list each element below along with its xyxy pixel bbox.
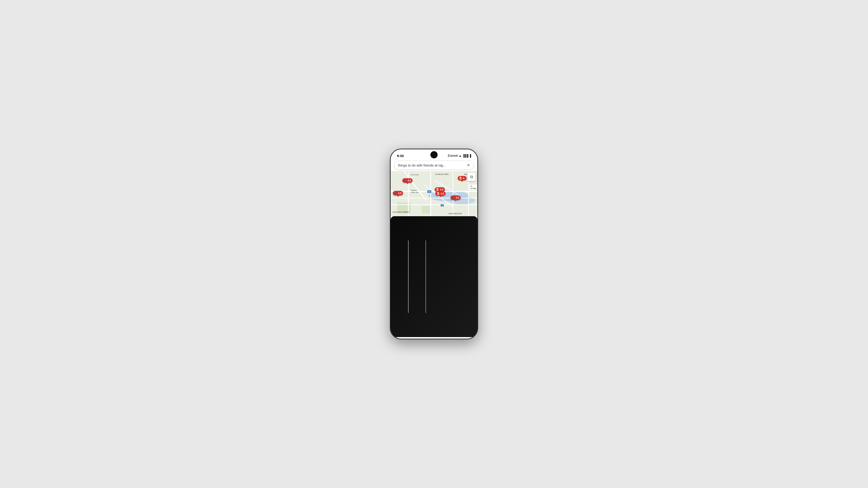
pin-rating-2: 4.5 — [398, 192, 401, 195]
bar-icon-2: 🍺 — [436, 188, 439, 191]
map-pin-6[interactable]: 🎵 4.5 — [451, 195, 461, 200]
venue-card-club[interactable]: Club Pa... ⭐ 4.7 — [460, 255, 475, 310]
pin-rating-3: 4. — [463, 177, 465, 180]
svg-text:Music Hall: Music Hall — [411, 192, 418, 193]
bottom-sheet: things to do with friends a... ⤴ ✕ ⊟ Sor… — [391, 216, 477, 337]
music-icon-3: 🎵 — [452, 196, 455, 199]
music-icon-2: 🎵 — [394, 192, 397, 195]
club-image — [460, 255, 475, 277]
bar-icon-3: 🍺 — [436, 192, 440, 195]
wifi-icon: ▲ — [459, 154, 462, 158]
svg-text:COOLIDGE CORNER: COOLIDGE CORNER — [393, 211, 409, 213]
layers-icon: ⧉ — [470, 175, 473, 180]
venue-cards-scroll: The Sinclair ⭐ 4.5 · (1,603) · 5.1 mi "C… — [391, 254, 477, 313]
music-icon-1: 🎵 — [403, 179, 407, 182]
status-bar: 9:30 Everett ▲ ▐▐▐ ▐ — [391, 149, 477, 159]
search-query-top: things to do with friends at nig... — [398, 163, 446, 167]
bar-icon-1: 🍺 — [459, 177, 462, 180]
svg-text:SOUTH BOSTON: SOUTH BOSTON — [448, 213, 462, 215]
map-pin-1[interactable]: 🎵 4.5 — [402, 178, 412, 183]
svg-text:Somerville: Somerville — [411, 174, 419, 176]
map-side-text: xt & Raw — [469, 185, 477, 190]
svg-rect-4 — [422, 206, 431, 214]
search-bar-top[interactable]: things to do with friends at nig... ✕ — [394, 161, 474, 170]
map-layer-button[interactable]: ⧉ — [467, 173, 475, 181]
map-pin-3[interactable]: 🍺 4. — [458, 176, 467, 181]
pin-rating-6: 4.5 — [456, 196, 459, 199]
camera-notch — [430, 151, 438, 158]
map-pin-2[interactable]: 🎵 4.5 — [393, 191, 403, 195]
pin-rating-1: 4.5 — [408, 179, 411, 182]
map-pin-5[interactable]: 🍺 4.5 — [435, 191, 445, 196]
svg-text:93: 93 — [428, 191, 430, 193]
svg-text:9: 9 — [442, 205, 443, 206]
pin-rating-4: 4.5 — [440, 188, 443, 191]
map-pin-4[interactable]: 🍺 4.5 — [435, 187, 445, 192]
signal-bars: ▐▐▐ — [463, 154, 468, 158]
status-time: 9:30 — [397, 154, 404, 158]
status-location: Everett — [448, 154, 458, 158]
pin-rating-5: 4.5 — [440, 192, 444, 195]
svg-text:Brighton: Brighton — [411, 190, 417, 191]
battery-icon: ▐ — [469, 154, 471, 158]
map-container[interactable]: 93 9 Somerville CHARLESTOWN EAST BOSTON … — [391, 171, 477, 216]
search-close-button[interactable]: ✕ — [467, 163, 470, 167]
status-right: Everett ▲ ▐▐▐ ▐ — [448, 154, 471, 158]
svg-text:CHARLESTOWN: CHARLESTOWN — [435, 173, 449, 175]
phone-frame: 9:30 Everett ▲ ▐▐▐ ▐ things to do with f… — [390, 149, 478, 339]
